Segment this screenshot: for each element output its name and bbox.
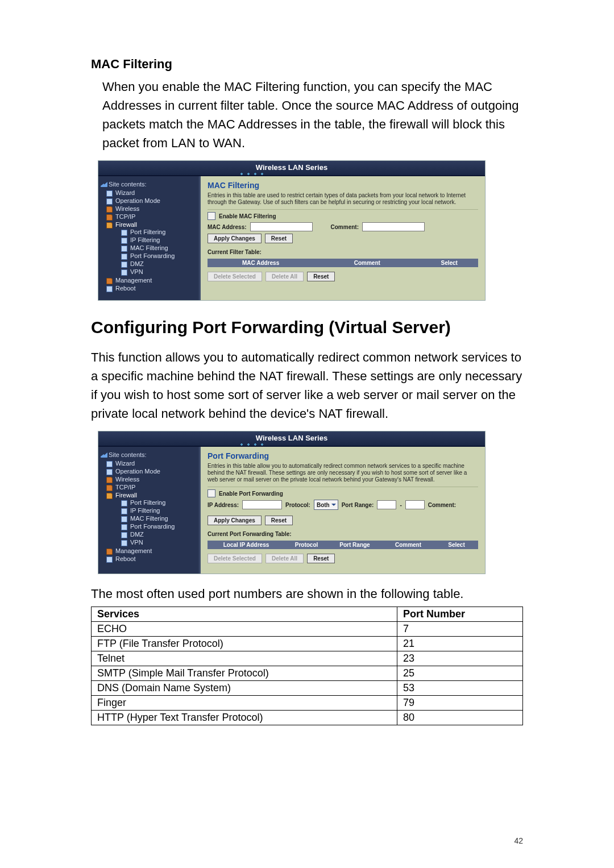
nav-port-forwarding[interactable]: Port Forwarding	[121, 252, 197, 260]
nav-wizard[interactable]: Wizard	[106, 189, 197, 197]
table-row: Finger79	[92, 696, 523, 711]
protocol-select[interactable]: Both	[314, 500, 338, 510]
port-range-label: Port Range:	[342, 502, 374, 508]
port-forwarding-heading: Configuring Port Forwarding (Virtual Ser…	[91, 311, 523, 343]
page-number: 42	[514, 836, 523, 845]
th-local-ip: Local IP Address	[208, 542, 285, 548]
nav-vpn-2[interactable]: VPN	[121, 538, 197, 546]
nav-wizard-2[interactable]: Wizard	[106, 459, 197, 467]
nav-tcpip-2[interactable]: TCP/IP	[106, 483, 197, 491]
current-filter-table-label: Current Filter Table:	[208, 249, 478, 255]
table-row: Telnet23	[92, 651, 523, 666]
th-protocol: Protocol	[285, 542, 328, 548]
reset-button[interactable]: Reset	[265, 234, 293, 243]
pf-desc: Entries in this table allow you to autom…	[208, 463, 478, 487]
nav-dmz-2[interactable]: DMZ	[121, 530, 197, 538]
th-services: Services	[92, 607, 397, 622]
nav-management[interactable]: Management	[106, 276, 197, 284]
port-range-dash: -	[400, 502, 401, 508]
nav-mac-filtering[interactable]: MAC Filtering	[121, 244, 197, 252]
table-row: HTTP (Hyper Text Transfer Protocol)80	[92, 711, 523, 725]
protocol-label: Protocol:	[285, 502, 310, 508]
table-row: SMTP (Simple Mail Transfer Protocol)25	[92, 666, 523, 681]
current-pf-table-label: Current Port Forwarding Table:	[208, 531, 478, 537]
nav-management-2[interactable]: Management	[106, 547, 197, 555]
sidebar-heading-2: Site contents:	[101, 450, 197, 459]
mac-content: MAC Filtering Entries in this table are …	[201, 176, 485, 300]
nav-ip-filtering[interactable]: IP Filtering	[121, 236, 197, 244]
nav-port-filtering[interactable]: Port Filtering	[121, 228, 197, 236]
nav-port-filtering-2[interactable]: Port Filtering	[121, 499, 197, 506]
mac-address-input[interactable]	[250, 222, 313, 231]
sidebar-2: Site contents: Wizard Operation Mode Wir…	[98, 447, 201, 574]
th-select: Select	[420, 260, 478, 266]
pf-reset-button[interactable]: Reset	[265, 516, 293, 525]
table-row: ECHO7	[92, 622, 523, 637]
th-pf-comment: Comment	[381, 542, 435, 548]
pf-reset-table-button[interactable]: Reset	[307, 554, 335, 563]
nav-tree-2: Wizard Operation Mode Wireless TCP/IP Fi…	[101, 459, 197, 563]
nav-firewall-2[interactable]: Firewall Port Filtering IP Filtering MAC…	[106, 491, 197, 547]
mac-filtering-screenshot: Wireless LAN Series Site contents: Wizar…	[98, 160, 486, 301]
th-port-number: Port Number	[397, 607, 523, 622]
pf-content: Port Forwarding Entries in this table al…	[201, 447, 485, 574]
enable-mac-label: Enable MAC Filtering	[219, 213, 276, 219]
enable-pf-checkbox[interactable]	[208, 489, 215, 497]
ip-address-input[interactable]	[242, 500, 282, 509]
pf-delete-all-button[interactable]: Delete All	[265, 554, 304, 563]
enable-mac-checkbox[interactable]	[208, 212, 215, 220]
content-desc: Entries in this table are used to restri…	[208, 192, 478, 210]
banner-title-2: Wireless LAN Series	[98, 431, 485, 447]
nav-operation-mode-2[interactable]: Operation Mode	[106, 467, 197, 475]
banner-title: Wireless LAN Series	[98, 161, 485, 176]
nav-wireless[interactable]: Wireless	[106, 205, 197, 213]
pf-title: Port Forwarding	[208, 451, 478, 460]
mac-filtering-paragraph: When you enable the MAC Filtering functi…	[102, 77, 523, 152]
table-row: DNS (Domain Name System)53	[92, 681, 523, 696]
th-comment: Comment	[314, 260, 420, 266]
content-title: MAC Filtering	[208, 181, 478, 190]
page: MAC Filtering When you enable the MAC Fi…	[0, 0, 614, 868]
pf-comment-label: Comment:	[428, 502, 456, 508]
nav-operation-mode[interactable]: Operation Mode	[106, 197, 197, 205]
pf-delete-selected-button[interactable]: Delete Selected	[208, 554, 262, 563]
reset-table-button[interactable]: Reset	[307, 272, 335, 281]
pf-table-header: Local IP Address Protocol Port Range Com…	[208, 541, 478, 549]
port-number-table: Services Port Number ECHO7 FTP (File Tra…	[91, 607, 523, 725]
port-range-to-input[interactable]	[405, 500, 425, 509]
port-forwarding-paragraph: This function allows you to automaticall…	[91, 348, 523, 423]
filter-table-header: MAC Address Comment Select	[208, 259, 478, 267]
mac-comment-label: Comment:	[331, 224, 359, 230]
enable-pf-label: Enable Port Forwarding	[219, 491, 283, 497]
port-forwarding-screenshot: Wireless LAN Series Site contents: Wizar…	[98, 431, 486, 574]
nav-reboot[interactable]: Reboot	[106, 284, 197, 292]
ip-address-label: IP Address:	[208, 502, 239, 508]
nav-reboot-2[interactable]: Reboot	[106, 555, 197, 563]
mac-address-label: MAC Address:	[208, 224, 247, 230]
nav-firewall[interactable]: Firewall Port Filtering IP Filtering MAC…	[106, 221, 197, 276]
delete-selected-button[interactable]: Delete Selected	[208, 272, 262, 281]
sidebar: Site contents: Wizard Operation Mode Wir…	[98, 176, 201, 300]
th-port-range: Port Range	[328, 542, 381, 548]
table-row: FTP (File Transfer Protocol)21	[92, 637, 523, 651]
nav-dmz[interactable]: DMZ	[121, 260, 197, 268]
apply-changes-button[interactable]: Apply Changes	[208, 234, 262, 243]
nav-tree: Wizard Operation Mode Wireless TCP/IP Fi…	[101, 189, 197, 292]
port-table-intro: The most often used port numbers are sho…	[91, 584, 523, 603]
nav-mac-filtering-2[interactable]: MAC Filtering	[121, 514, 197, 522]
nav-wireless-2[interactable]: Wireless	[106, 475, 197, 483]
nav-ip-filtering-2[interactable]: IP Filtering	[121, 506, 197, 514]
sidebar-heading: Site contents:	[101, 180, 197, 189]
delete-all-button[interactable]: Delete All	[265, 272, 304, 281]
pf-apply-button[interactable]: Apply Changes	[208, 516, 262, 525]
nav-tcpip[interactable]: TCP/IP	[106, 213, 197, 221]
mac-comment-input[interactable]	[362, 222, 425, 231]
port-table-body: ECHO7 FTP (File Transfer Protocol)21 Tel…	[92, 622, 523, 725]
port-range-from-input[interactable]	[377, 500, 396, 509]
th-pf-select: Select	[435, 542, 478, 548]
nav-vpn[interactable]: VPN	[121, 268, 197, 276]
mac-filtering-heading: MAC Filtering	[91, 57, 523, 72]
nav-port-forwarding-2[interactable]: Port Forwarding	[121, 522, 197, 530]
th-mac: MAC Address	[208, 260, 314, 266]
